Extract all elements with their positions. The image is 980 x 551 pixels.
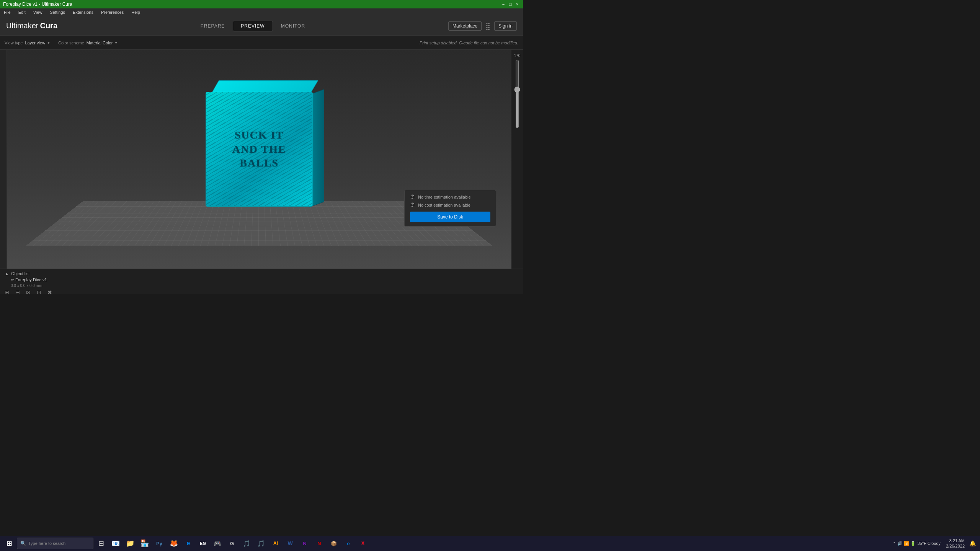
layer-slider-value: 170 <box>514 54 521 58</box>
viewport-3d[interactable]: SUCK IT AND THE BALLS ⏱ No time estimati… <box>7 50 511 269</box>
menu-view[interactable]: View <box>32 9 44 15</box>
menu-bar: File Edit View Settings Extensions Prefe… <box>0 8 523 16</box>
menu-preferences[interactable]: Preferences <box>100 9 125 15</box>
minimize-button[interactable]: − <box>501 2 506 7</box>
layer-slider-input[interactable] <box>514 59 520 128</box>
window-title: Foreplay Dice v1 - Ultimaker Cura <box>3 2 72 7</box>
tab-prepare[interactable]: PREPARE <box>193 21 233 31</box>
app-logo: Ultimaker Cura <box>6 21 57 30</box>
duplicate-icon[interactable]: ⊟ <box>15 289 23 294</box>
tab-monitor[interactable]: MONITOR <box>273 21 313 31</box>
layer-slider-area: 170 <box>511 50 523 269</box>
no-cost-label: No cost estimation available <box>418 203 470 207</box>
color-scheme-label: Color scheme <box>58 41 84 45</box>
cube-engraved-text: SUCK IT AND THE BALLS <box>232 128 286 170</box>
window-controls: − □ × <box>501 2 520 7</box>
view-type-label: View type <box>5 41 23 45</box>
object-list-header[interactable]: ▲ Object list <box>5 271 518 276</box>
view-options-bar: View type Layer view ▼ Color scheme Mate… <box>0 36 523 50</box>
menu-settings[interactable]: Settings <box>48 9 67 15</box>
marketplace-button[interactable]: Marketplace <box>448 21 482 31</box>
object-list-item: ✏ Foreplay Dice v1 <box>5 277 518 282</box>
menu-edit[interactable]: Edit <box>17 9 27 15</box>
view-type-select[interactable]: Layer view ▼ <box>25 41 51 45</box>
arrange-icon[interactable]: ⊞ <box>5 289 12 294</box>
object-name: Foreplay Dice v1 <box>15 277 47 282</box>
close-button[interactable]: × <box>514 2 520 7</box>
object-list-label: Object list <box>11 271 29 276</box>
logo-cura: Cura <box>40 21 57 30</box>
color-scheme-group: Color scheme Material Color ▼ <box>58 41 118 45</box>
maximize-button[interactable]: □ <box>508 2 513 7</box>
print-setup-notice: Print setup disabled. G-code file can no… <box>420 41 518 45</box>
estimation-panel: ⏱ No time estimation available ⏱ No cost… <box>404 190 496 227</box>
header-right: Marketplace ⣿ Sign in <box>448 21 517 31</box>
time-estimate-row: ⏱ No time estimation available <box>410 194 490 200</box>
object-dimensions: 0.0 x 0.0 x 0.0 mm <box>5 284 518 288</box>
header: Ultimaker Cura PREPARE PREVIEW MONITOR M… <box>0 16 523 36</box>
bottom-panel: ▲ Object list ✏ Foreplay Dice v1 0.0 x 0… <box>0 269 523 294</box>
menu-file[interactable]: File <box>2 9 12 15</box>
main-area: SUCK IT AND THE BALLS ⏱ No time estimati… <box>0 50 523 269</box>
cube-text-line1: SUCK IT <box>232 128 286 142</box>
menu-extensions[interactable]: Extensions <box>71 9 95 15</box>
left-sidebar <box>0 50 7 269</box>
object-icon: ✏ <box>11 277 15 282</box>
menu-help[interactable]: Help <box>130 9 142 15</box>
nav-tabs: PREPARE PREVIEW MONITOR <box>193 21 313 31</box>
title-bar: Foreplay Dice v1 - Ultimaker Cura − □ × <box>0 0 523 8</box>
no-time-label: No time estimation available <box>418 195 471 199</box>
color-scheme-value: Material Color <box>87 41 113 45</box>
cost-icon: ⏱ <box>410 202 415 208</box>
signin-button[interactable]: Sign in <box>494 21 517 31</box>
grid-icon[interactable]: ⣿ <box>485 22 490 30</box>
cube-text-line2: AND THE <box>232 142 286 156</box>
tab-preview[interactable]: PREVIEW <box>233 21 273 31</box>
delete-icon[interactable]: ✖ <box>47 289 55 294</box>
merge-icon[interactable]: ⊡ <box>37 289 44 294</box>
multiply-icon[interactable]: ⊠ <box>26 289 34 294</box>
cost-estimate-row: ⏱ No cost estimation available <box>410 202 490 208</box>
view-type-value: Layer view <box>25 41 46 45</box>
color-scheme-arrow: ▼ <box>114 41 118 45</box>
logo-ultimaker: Ultimaker <box>6 21 38 30</box>
collapse-icon: ▲ <box>5 271 9 276</box>
save-to-disk-button[interactable]: Save to Disk <box>410 212 490 222</box>
clock-icon: ⏱ <box>410 194 415 200</box>
color-scheme-select[interactable]: Material Color ▼ <box>87 41 118 45</box>
view-type-arrow: ▼ <box>47 41 51 45</box>
bottom-toolbar: ⊞ ⊟ ⊠ ⊡ ✖ <box>5 289 518 294</box>
view-type-group: View type Layer view ▼ <box>5 41 51 45</box>
cube-text-line3: BALLS <box>232 156 286 170</box>
3d-model-container: SUCK IT AND THE BALLS <box>206 92 313 214</box>
cube-front-face: SUCK IT AND THE BALLS <box>206 92 313 207</box>
